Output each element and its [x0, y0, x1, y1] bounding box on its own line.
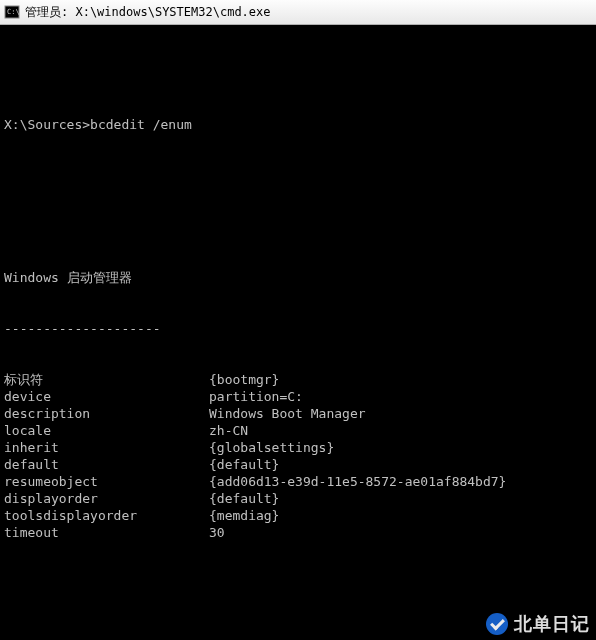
output-row: toolsdisplayorder{memdiag}: [4, 507, 592, 524]
svg-text:C:\: C:\: [7, 8, 20, 16]
window-title: 管理员: X:\windows\SYSTEM32\cmd.exe: [25, 4, 271, 21]
output-row: devicepartition=C:: [4, 388, 592, 405]
window-titlebar[interactable]: C:\ 管理员: X:\windows\SYSTEM32\cmd.exe: [0, 0, 596, 25]
cmd-icon: C:\: [4, 4, 20, 20]
watermark: 北单日记: [486, 612, 590, 636]
output-row: default{default}: [4, 456, 592, 473]
output-row: resumeobject{add06d13-e39d-11e5-8572-ae0…: [4, 473, 592, 490]
section-boot-manager: Windows 启动管理器 -------------------- 标识符{b…: [4, 235, 592, 575]
output-key: timeout: [4, 524, 209, 541]
output-key: device: [4, 388, 209, 405]
section-divider: --------------------: [4, 320, 592, 337]
output-row: 标识符{bootmgr}: [4, 371, 592, 388]
output-value: {memdiag}: [209, 507, 279, 524]
output-row: displayorder{default}: [4, 490, 592, 507]
output-row: inherit{globalsettings}: [4, 439, 592, 456]
output-value: {default}: [209, 456, 279, 473]
output-key: inherit: [4, 439, 209, 456]
output-key: resumeobject: [4, 473, 209, 490]
output-row: descriptionWindows Boot Manager: [4, 405, 592, 422]
output-value: 30: [209, 524, 225, 541]
output-value: {default}: [209, 490, 279, 507]
output-row: timeout30: [4, 524, 592, 541]
output-key: locale: [4, 422, 209, 439]
output-value: partition=C:: [209, 388, 303, 405]
output-key: displayorder: [4, 490, 209, 507]
output-key: description: [4, 405, 209, 422]
section-title: Windows 启动管理器: [4, 269, 592, 286]
terminal-output[interactable]: X:\Sources>bcdedit /enum Windows 启动管理器 -…: [0, 25, 596, 640]
watermark-text: 北单日记: [514, 612, 590, 636]
output-value: Windows Boot Manager: [209, 405, 366, 422]
output-key: 标识符: [4, 371, 209, 388]
output-value: {bootmgr}: [209, 371, 279, 388]
check-circle-icon: [486, 613, 508, 635]
output-row: localezh-CN: [4, 422, 592, 439]
output-value: {globalsettings}: [209, 439, 334, 456]
output-value: {add06d13-e39d-11e5-8572-ae01af884bd7}: [209, 473, 506, 490]
command-line: X:\Sources>bcdedit /enum: [4, 116, 592, 133]
output-value: zh-CN: [209, 422, 248, 439]
output-key: toolsdisplayorder: [4, 507, 209, 524]
prompt-path: X:\Sources>: [4, 116, 90, 133]
command-text: bcdedit /enum: [90, 116, 192, 133]
output-key: default: [4, 456, 209, 473]
